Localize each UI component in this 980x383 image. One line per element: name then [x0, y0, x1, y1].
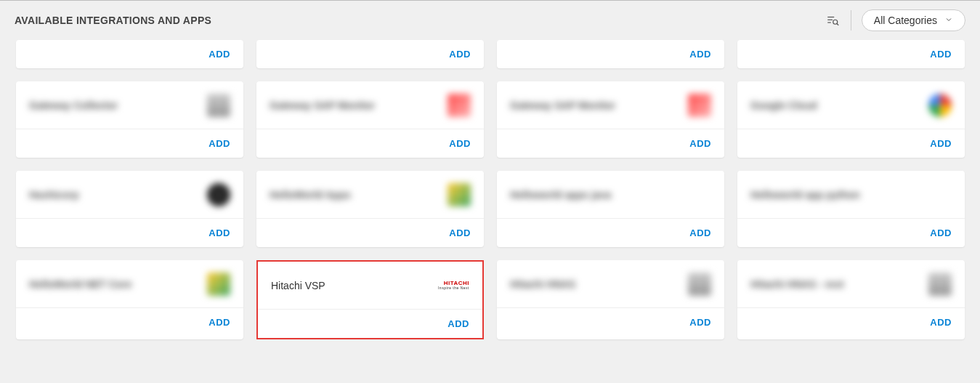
add-button[interactable]: ADD: [449, 138, 471, 149]
card-header: Hitachi HNAS - rest: [737, 260, 965, 307]
card-footer: ADD: [256, 129, 484, 158]
integration-logo: [207, 273, 230, 296]
integration-card: Gateway SAP MonitorADD: [497, 81, 724, 158]
card-footer: ADD: [737, 40, 965, 68]
integration-name: Hitachi VSP: [271, 280, 325, 291]
add-button[interactable]: ADD: [448, 318, 469, 329]
integration-card: Hitachi HNAS - restADD: [737, 260, 965, 339]
card-header: Google Cloud: [737, 81, 965, 129]
integrations-grid: ADDADDADDADDGateway CollectorADDGateway …: [0, 40, 980, 355]
svg-line-4: [837, 24, 838, 25]
integration-name: Helloworld app python: [750, 189, 860, 201]
card-header: Helloworld app python: [737, 171, 965, 218]
integration-card: Helloworld apps javaADD: [497, 171, 724, 247]
card-header: Hashicorp: [16, 171, 243, 218]
integration-name: Gateway SAP Monitor: [270, 100, 375, 111]
card-footer: ADD: [497, 129, 724, 158]
chevron-down-icon: [944, 15, 953, 26]
card-footer: ADD: [16, 307, 243, 336]
card-header: HelloWorld Apps: [256, 171, 484, 218]
card-header: Helloworld apps java: [497, 171, 724, 218]
divider: [851, 10, 851, 31]
integration-card: Hitachi HNASADD: [497, 260, 724, 339]
card-header: Hitachi HNAS: [497, 260, 724, 307]
card-footer: ADD: [737, 307, 965, 336]
card-footer: ADD: [497, 307, 724, 336]
card-footer: ADD: [16, 40, 243, 68]
integration-card: ADD: [497, 40, 724, 68]
card-header: Gateway Collector: [16, 81, 243, 129]
integration-name: Google Cloud: [750, 100, 817, 111]
add-button[interactable]: ADD: [689, 317, 711, 328]
integration-card: ADD: [256, 40, 484, 68]
integration-logo: [688, 273, 711, 296]
add-button[interactable]: ADD: [689, 227, 711, 238]
add-button[interactable]: ADD: [208, 138, 230, 149]
header-controls: All Categories: [825, 9, 965, 31]
add-button[interactable]: ADD: [208, 49, 230, 60]
card-footer: ADD: [497, 40, 724, 68]
card-header: Gateway SAP Monitor: [256, 81, 484, 129]
add-button[interactable]: ADD: [208, 317, 230, 328]
integration-card: HelloWorld AppsADD: [256, 171, 484, 247]
add-button[interactable]: ADD: [449, 227, 471, 238]
integration-card: Helloworld app pythonADD: [737, 171, 965, 247]
card-footer: ADD: [497, 218, 724, 247]
integration-logo: [448, 94, 471, 117]
integration-card: Gateway SAP MonitorADD: [256, 81, 484, 158]
svg-point-3: [833, 20, 838, 24]
categories-dropdown-label: All Categories: [874, 15, 937, 26]
categories-dropdown[interactable]: All Categories: [862, 9, 965, 31]
integration-card: Google CloudADD: [737, 81, 965, 158]
search-filter-icon[interactable]: [825, 12, 841, 28]
integration-card: HashicorpADD: [16, 171, 243, 247]
card-footer: ADD: [256, 40, 484, 68]
card-header: Gateway SAP Monitor: [497, 81, 724, 129]
card-footer: ADD: [258, 309, 482, 338]
card-header: HelloWorld NET Core: [16, 260, 243, 307]
page-header: AVAILABLE INTEGRATIONS AND APPS All Cate…: [0, 0, 980, 40]
card-header: Hitachi VSPHITACHIInspire the Next: [258, 262, 482, 309]
add-button[interactable]: ADD: [930, 227, 952, 238]
add-button[interactable]: ADD: [930, 49, 952, 60]
integration-card: Gateway CollectorADD: [16, 81, 243, 158]
integration-card: Hitachi VSPHITACHIInspire the NextADD: [256, 260, 484, 339]
add-button[interactable]: ADD: [930, 317, 952, 328]
card-footer: ADD: [737, 129, 965, 158]
integration-card: ADD: [737, 40, 965, 68]
card-footer: ADD: [16, 218, 243, 247]
integration-logo: [688, 183, 711, 206]
integration-name: Hitachi HNAS: [510, 278, 575, 290]
integration-logo: HITACHIInspire the Next: [438, 281, 469, 290]
integration-name: Hitachi HNAS - rest: [750, 278, 843, 290]
integration-logo: [928, 183, 952, 206]
add-button[interactable]: ADD: [930, 138, 952, 149]
integration-logo: [688, 94, 711, 117]
card-footer: ADD: [16, 129, 243, 158]
page-title: AVAILABLE INTEGRATIONS AND APPS: [15, 15, 211, 26]
integration-logo: [207, 183, 230, 206]
add-button[interactable]: ADD: [449, 49, 471, 60]
add-button[interactable]: ADD: [689, 138, 711, 149]
integration-logo: [207, 94, 230, 117]
card-footer: ADD: [737, 218, 965, 247]
add-button[interactable]: ADD: [208, 227, 230, 238]
integration-name: Gateway SAP Monitor: [510, 100, 615, 111]
integration-logo: [928, 94, 952, 117]
integration-name: HelloWorld NET Core: [29, 278, 131, 290]
add-button[interactable]: ADD: [689, 49, 711, 60]
integration-name: Gateway Collector: [29, 100, 118, 111]
integration-card: ADD: [16, 40, 243, 68]
integration-name: Hashicorp: [29, 189, 78, 201]
integration-card: HelloWorld NET CoreADD: [16, 260, 243, 339]
card-footer: ADD: [256, 218, 484, 247]
integration-logo: [928, 273, 952, 296]
integration-logo: [448, 183, 471, 206]
integration-name: HelloWorld Apps: [270, 189, 351, 201]
integration-name: Helloworld apps java: [510, 189, 611, 201]
